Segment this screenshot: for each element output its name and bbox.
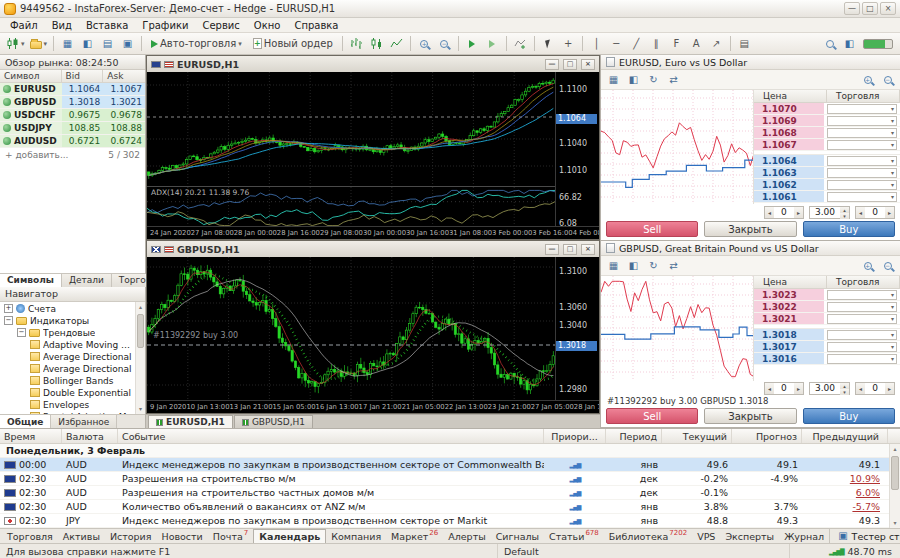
menu-item[interactable]: Справка — [287, 20, 345, 31]
new-order-button[interactable]: +Новый ордер — [248, 35, 338, 53]
eurusd-price-plot[interactable] — [147, 72, 555, 185]
eurusd-chart-titlebar[interactable]: EURUSD,H1 — □ × — [147, 56, 599, 72]
tree-item[interactable]: −Индикаторы — [0, 315, 145, 327]
calendar-column-header[interactable]: Время — [0, 429, 62, 443]
volume-combo[interactable]: ▾ — [827, 116, 897, 126]
calendar-scrollbar[interactable]: ▴ ▾ — [889, 444, 900, 528]
autoscroll-button[interactable] — [463, 35, 482, 53]
close-position-button[interactable]: Закрыть — [704, 221, 796, 237]
volume-down-icon[interactable]: ▾ — [840, 389, 849, 395]
bottom-tab[interactable]: VPS — [692, 529, 720, 543]
calendar-row[interactable]: 02:30AUDРазрешения на строительство част… — [0, 486, 900, 500]
data-window-toggle[interactable]: ◧ — [78, 35, 97, 53]
market-watch-row[interactable]: USDCHF0.96750.9678 — [0, 109, 145, 122]
calendar-column-header[interactable]: Событие — [118, 429, 544, 443]
spin-increment-icon[interactable]: ▸ — [794, 383, 803, 394]
navigator-tab[interactable]: Избранное — [51, 415, 117, 428]
strategy-tester-button[interactable]: ▣Тестер стратегий — [829, 529, 900, 543]
scroll-up-icon[interactable]: ▴ — [136, 302, 145, 312]
bottom-tab[interactable]: Журнал — [779, 529, 829, 543]
volume-combo[interactable]: ▾ — [827, 156, 897, 166]
toolbox-toggle[interactable]: ▣ — [118, 35, 137, 53]
take-profit-spinner[interactable]: ◂0▸ — [855, 206, 895, 219]
menu-item[interactable]: Сервис — [195, 20, 246, 31]
community-button[interactable]: ◧ — [840, 35, 859, 53]
tree-item[interactable]: Fractal Adaptive Mo — [0, 411, 145, 415]
candle-chart-button[interactable] — [367, 35, 386, 53]
market-watch-row[interactable]: AUDUSD0.67210.6724 — [0, 135, 145, 148]
calendar-row[interactable]: 02:30AUDКоличество объявлений о вакансия… — [0, 500, 900, 514]
sell-button[interactable]: Sell — [606, 221, 698, 237]
calendar-row[interactable]: 02:30AUDРазрешения на строительство м/м▂… — [0, 472, 900, 486]
status-profile[interactable]: Default — [498, 544, 790, 558]
stop-loss-spinner[interactable]: ◂0▸ — [764, 206, 804, 219]
spin-increment-icon[interactable]: ▸ — [885, 207, 894, 218]
volume-combo[interactable]: ▾ — [827, 314, 897, 324]
close-position-button[interactable]: Закрыть — [704, 408, 796, 424]
symbol-column-header[interactable]: Символ — [0, 70, 62, 82]
ladder-row[interactable]: 1.1070▾ — [754, 103, 900, 115]
trendline-button[interactable]: ╱ — [627, 35, 646, 53]
spin-decrement-icon[interactable]: ◂ — [765, 383, 774, 394]
menu-item[interactable]: Графики — [135, 20, 195, 31]
vertical-line-button[interactable]: │ — [587, 35, 606, 53]
calendar-column-header[interactable]: Период — [606, 429, 662, 443]
line-chart-button[interactable] — [387, 35, 406, 53]
volume-combo[interactable]: ▾ — [827, 180, 897, 190]
gbpusd-price-scale[interactable]: 1.31001.30601.30401.29801.3018 — [555, 257, 599, 402]
calendar-column-header[interactable]: Предыдущий — [802, 429, 888, 443]
navigator-tab[interactable]: Общие — [0, 415, 51, 428]
tree-item[interactable]: +Счета — [0, 303, 145, 315]
volume-combo[interactable]: ▾ — [827, 140, 897, 150]
bottom-tab[interactable]: История — [105, 529, 157, 543]
bar-chart-button[interactable] — [347, 35, 366, 53]
gbpusd-chart-canvas[interactable]: #11392292 buy 3.00 1.31001.30601.30401.2… — [147, 257, 599, 413]
eurusd-chart-window[interactable]: EURUSD,H1 — □ × ADX(14) 20.21 11.38 9.76… — [146, 55, 600, 240]
dom-refresh-button[interactable]: ↻ — [645, 72, 662, 88]
volume-combo[interactable]: ▾ — [827, 192, 897, 202]
chart-window-tab[interactable]: EURUSD,H1 — [148, 415, 233, 428]
market-watch-toggle[interactable]: ▦ — [58, 35, 77, 53]
zoom-out-button[interactable]: − — [879, 258, 896, 274]
bottom-tab[interactable]: Библиотека7202 — [604, 529, 692, 543]
bottom-tab[interactable]: Торговля — [2, 529, 58, 543]
dom-refresh-button[interactable]: ↻ — [645, 258, 662, 274]
indicators-button[interactable] — [511, 35, 530, 53]
ladder-row[interactable]: 1.3021▾ — [754, 313, 900, 325]
bottom-tab[interactable]: Статьи678 — [544, 529, 604, 543]
calendar-column-header[interactable]: Текущий — [662, 429, 732, 443]
chart-minimize-button[interactable]: — — [545, 59, 559, 70]
tree-item[interactable]: Envelopes — [0, 399, 145, 411]
gbpusd-price-plot[interactable] — [147, 257, 555, 402]
ladder-row[interactable]: 1.1069▾ — [754, 115, 900, 127]
tree-item[interactable]: Adaptive Moving Ave — [0, 339, 145, 351]
fibonacci-button[interactable]: F — [667, 35, 686, 53]
text-tool-button[interactable]: A — [687, 35, 706, 53]
ladder-row[interactable]: 1.3017▾ — [754, 341, 900, 353]
channel-button[interactable]: ∥ — [647, 35, 666, 53]
stop-loss-spinner[interactable]: ◂0▸ — [764, 382, 804, 395]
ladder-row[interactable]: 1.3018▾ — [754, 329, 900, 341]
dom-chart-button[interactable]: ◧ — [625, 258, 642, 274]
volume-combo[interactable]: ▾ — [827, 354, 897, 364]
scroll-down-icon[interactable]: ▾ — [890, 518, 900, 528]
add-symbol-button[interactable]: + добавить... — [5, 150, 68, 160]
ladder-row[interactable]: 1.1067▾ — [754, 139, 900, 151]
zoom-in-button[interactable]: + — [859, 72, 876, 88]
volume-combo[interactable]: ▾ — [827, 168, 897, 178]
ladder-row[interactable]: 1.3022▾ — [754, 301, 900, 313]
tree-item[interactable]: Double Exponential — [0, 387, 145, 399]
ladder-row[interactable]: 1.1064▾ — [754, 155, 900, 167]
market-watch-row[interactable]: GBPUSD1.30181.3021 — [0, 96, 145, 109]
tree-item[interactable]: Average Directional — [0, 351, 145, 363]
zoom-in-button[interactable]: + — [859, 258, 876, 274]
market-watch-tab[interactable]: Символы — [0, 274, 62, 287]
calendar-column-header[interactable]: Приори... — [544, 429, 606, 443]
eurusd-time-axis[interactable]: 24 Jan 202027 Jan 08:0028 Jan 00:0028 Ja… — [147, 226, 599, 239]
volume-combo[interactable]: ▾ — [827, 128, 897, 138]
market-watch-row[interactable]: USDJPY108.85108.88 — [0, 122, 145, 135]
scroll-up-icon[interactable]: ▴ — [890, 444, 900, 454]
spin-decrement-icon[interactable]: ◂ — [856, 207, 865, 218]
tree-item[interactable]: Average Directional — [0, 363, 145, 375]
calendar-row[interactable]: 00:00AUDИндекс менеджеров по закупкам в … — [0, 458, 900, 472]
